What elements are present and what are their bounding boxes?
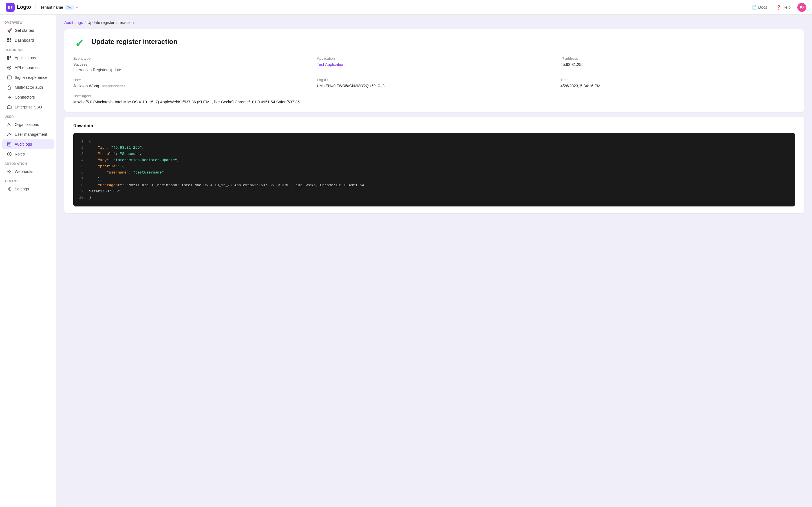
event-type-text: Interaction.Register.Update (73, 68, 121, 72)
applications-icon (7, 55, 12, 60)
user-item: User Jackson Wong useridsddsdsa (73, 78, 308, 88)
mfa-icon (7, 85, 12, 90)
user-name[interactable]: Jackson Wong (73, 83, 99, 88)
svg-rect-7 (10, 56, 11, 58)
card-header: ✓ Update register interaction (73, 37, 795, 50)
line-content: "userAgent": "Mozilla/5.0 (Macintosh; In… (89, 182, 790, 188)
rocket-icon: 🚀 (7, 28, 12, 33)
raw-data-card: Raw data 1{2 "ip": "45.93.31.255",3 "res… (64, 117, 804, 213)
sidebar-item-audit-logs[interactable]: Audit logs (2, 139, 54, 149)
user-mgmt-icon (7, 132, 12, 137)
svg-rect-6 (7, 56, 9, 60)
svg-rect-10 (8, 87, 11, 89)
line-number: 3 (79, 151, 84, 157)
webhook-icon (7, 169, 12, 174)
user-agent-value: Mozilla/5.0 (Macintosh; Intel Mac OS X 1… (73, 100, 795, 104)
enterprise-icon (7, 105, 12, 110)
breadcrumb-parent[interactable]: Audit Logs (64, 20, 83, 25)
sidebar-item-webhooks[interactable]: Webhooks (2, 167, 54, 176)
event-type-label: Event type (73, 56, 308, 61)
sidebar-item-enterprise-sso[interactable]: Enterprise SSO (2, 102, 54, 112)
raw-data-title: Raw data (73, 123, 795, 128)
sidebar: OVERVIEW 🚀 Get started Dashboard RESOURC… (0, 15, 56, 507)
help-button[interactable]: ❓ Help (774, 4, 793, 11)
tenant-section-label: TENANT (0, 177, 56, 184)
topbar-divider (36, 4, 36, 11)
user-value: Jackson Wong useridsddsdsa (73, 83, 308, 88)
line-content: }, (89, 176, 790, 182)
tenant-selector[interactable]: Tenant name Dev ▾ (40, 5, 78, 10)
code-line: 6 "username": "testusername" (79, 170, 790, 176)
sidebar-item-settings[interactable]: Settings (2, 184, 54, 194)
code-line: 2 "ip": "45.93.31.255", (79, 145, 790, 151)
ip-address-label: IP address (560, 56, 795, 61)
sidebar-item-user-management[interactable]: User management (2, 129, 54, 139)
code-line: 8 "userAgent": "Mozilla/5.0 (Macintosh; … (79, 182, 790, 188)
line-number: 7 (79, 176, 84, 182)
user-agent-label: User agent (73, 94, 795, 98)
svg-rect-5 (10, 41, 11, 42)
layout: OVERVIEW 🚀 Get started Dashboard RESOURC… (0, 15, 812, 507)
overview-section-label: OVERVIEW (0, 18, 56, 25)
code-line: 7 }, (79, 176, 790, 182)
time-item: Time 4/26/2023, 5:34:16 PM (560, 78, 795, 88)
svg-point-18 (9, 188, 10, 190)
user-label: User (73, 78, 308, 82)
svg-point-15 (8, 133, 10, 134)
details-grid: Event type Success Interaction.Register.… (73, 56, 795, 104)
event-type-value: Success Interaction.Register.Update (73, 62, 308, 72)
code-line: 4 "key": "Interaction.Register.Update", (79, 157, 790, 163)
line-content: Safari/537.36" (89, 188, 790, 194)
line-number: 8 (79, 182, 84, 188)
docs-button[interactable]: 📄 Docs (750, 4, 769, 11)
svg-rect-9 (7, 76, 11, 79)
code-line: 3 "result": "Success", (79, 151, 790, 157)
svg-rect-13 (7, 106, 11, 109)
code-line: 10} (79, 194, 790, 201)
topbar-right: 📄 Docs ❓ Help Ю (750, 3, 806, 12)
tenant-badge: Dev (65, 5, 74, 10)
svg-point-12 (10, 97, 11, 98)
sidebar-item-sign-in[interactable]: Sign-in experience (2, 73, 54, 82)
svg-point-14 (9, 123, 10, 124)
sidebar-item-api-resources[interactable]: API resources (2, 63, 54, 72)
svg-rect-0 (6, 3, 15, 12)
line-content: { (89, 138, 790, 145)
line-number: 9 (79, 188, 84, 194)
sidebar-item-roles[interactable]: Roles (2, 149, 54, 159)
svg-point-11 (8, 97, 9, 98)
line-content: } (89, 194, 790, 201)
sidebar-item-applications[interactable]: Applications (2, 53, 54, 62)
code-line: 5 "profile": { (79, 163, 790, 170)
user-id: useridsddsdsa (102, 84, 125, 88)
log-id-item: Log ID UMatENw0rFWO5aGbMI8tY2Qol50eOg3 (317, 78, 552, 88)
sidebar-item-organizations[interactable]: Organizations (2, 120, 54, 129)
help-icon: ❓ (776, 5, 781, 10)
svg-rect-2 (7, 38, 9, 40)
application-value[interactable]: Test Application (317, 62, 552, 67)
ip-address-item: IP address 45.93.31.255 (560, 56, 795, 72)
connectors-icon (7, 95, 12, 100)
line-number: 10 (79, 194, 84, 201)
log-id-value: UMatENw0rFWO5aGbMI8tY2Qol50eOg3 (317, 83, 552, 88)
time-value: 4/26/2023, 5:34:16 PM (560, 83, 795, 88)
sidebar-item-mfa[interactable]: Multi-factor auth (2, 82, 54, 92)
code-line: 9Safari/537.36" (79, 188, 790, 194)
sidebar-item-connectors[interactable]: Connectors (2, 93, 54, 102)
settings-icon (7, 186, 12, 191)
breadcrumb-separator: / (85, 20, 86, 25)
svg-rect-4 (7, 41, 9, 42)
line-number: 6 (79, 170, 84, 176)
ip-address-value: 45.93.31.255 (560, 62, 795, 67)
sidebar-item-get-started[interactable]: 🚀 Get started (2, 25, 54, 35)
line-number: 2 (79, 145, 84, 151)
logo: Logto (6, 3, 31, 12)
avatar[interactable]: Ю (797, 3, 806, 12)
code-line: 1{ (79, 138, 790, 145)
line-number: 4 (79, 157, 84, 163)
svg-rect-1 (11, 8, 12, 9)
chevron-down-icon: ▾ (76, 5, 78, 9)
page-title: Update register interaction (91, 37, 177, 46)
breadcrumb-current: Update register interaction (87, 20, 134, 25)
sidebar-item-dashboard[interactable]: Dashboard (2, 36, 54, 45)
